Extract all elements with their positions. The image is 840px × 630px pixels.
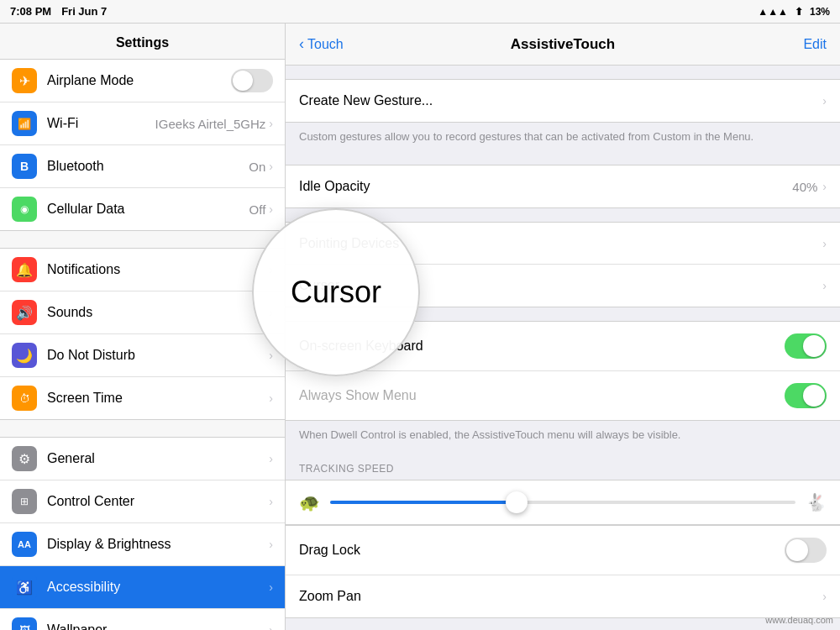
drag-lock-label: Drag Lock (299, 543, 785, 558)
cellular-label: Cellular Data (47, 202, 249, 217)
wifi-icon: 📶 (12, 111, 37, 136)
time: 7:08 PM (10, 5, 51, 18)
watermark: www.deuaq.com (765, 615, 833, 625)
always-show-menu-toggle[interactable] (785, 383, 827, 408)
accessibility-icon: ♿ (12, 575, 37, 600)
back-chevron-icon: ‹ (299, 35, 304, 53)
bluetooth-icon: B (12, 154, 37, 179)
idle-opacity-chevron: › (822, 180, 827, 193)
cursor-overlay: Cursor (252, 208, 420, 376)
sidebar-item-display-brightness[interactable]: AA Display & Brightness › (0, 523, 285, 566)
sidebar-item-bluetooth[interactable]: B Bluetooth On › (0, 145, 285, 188)
create-gesture-note: Custom gestures allow you to record gest… (286, 123, 840, 151)
sidebar-group-alerts: 🔔 Notifications › 🔊 Sounds › 🌙 Do Not Di… (0, 248, 285, 420)
cellular-icon: ◉ (12, 197, 37, 222)
charge-icon: ⬆ (795, 6, 803, 18)
dnd-label: Do Not Disturb (47, 348, 269, 363)
display-chevron: › (269, 538, 273, 551)
sidebar-item-do-not-disturb[interactable]: 🌙 Do Not Disturb › (0, 334, 285, 377)
general-icon: ⚙ (12, 446, 37, 471)
sidebar-item-general[interactable]: ⚙ General › (0, 438, 285, 480)
create-gesture-chevron: › (822, 94, 827, 108)
nav-edit-button[interactable]: Edit (803, 37, 827, 52)
pointing-devices-chevron: › (822, 237, 827, 250)
slow-speed-icon: 🐢 (299, 492, 320, 512)
control-center-label: Control Center (47, 494, 269, 509)
drag-lock-row[interactable]: Drag Lock (286, 526, 840, 575)
drag-zoom-group: Drag Lock Zoom Pan › (286, 525, 840, 618)
sidebar-item-cellular[interactable]: ◉ Cellular Data Off › (0, 188, 285, 230)
nav-back-label: Touch (307, 37, 344, 52)
dnd-chevron: › (269, 349, 273, 362)
idle-opacity-group: Idle Opacity 40% › (286, 165, 840, 208)
screen-time-chevron: › (269, 391, 273, 405)
sidebar-item-screen-time[interactable]: ⏱ Screen Time › (0, 377, 285, 419)
sidebar-item-wallpaper[interactable]: 🖼 Wallpaper › (0, 609, 285, 630)
cellular-value: Off (249, 202, 266, 217)
status-bar-left: 7:08 PM Fri Jun 7 (10, 5, 107, 18)
idle-opacity-row[interactable]: Idle Opacity 40% › (286, 165, 840, 207)
sidebar-group-settings: ⚙ General › ⊞ Control Center › AA Displa… (0, 437, 285, 630)
create-gesture-group: Create New Gesture... › (286, 79, 840, 123)
display-label: Display & Brightness (47, 537, 269, 552)
wallpaper-label: Wallpaper (47, 622, 269, 630)
airplane-icon: ✈ (12, 68, 37, 93)
tracking-speed-header: TRACKING SPEED (286, 449, 840, 480)
status-bar-right: ▲▲▲ ⬆ 13% (758, 6, 830, 18)
control-center-icon: ⊞ (12, 489, 37, 514)
nav-title: AssistiveTouch (511, 36, 615, 53)
screen-time-label: Screen Time (47, 391, 269, 406)
date: Fri Jun 7 (61, 5, 107, 18)
nav-bar: ‹ Touch AssistiveTouch Edit (286, 24, 840, 66)
sidebar-item-sounds[interactable]: 🔊 Sounds › (0, 291, 285, 334)
bluetooth-label: Bluetooth (47, 159, 249, 174)
general-chevron: › (269, 452, 273, 465)
create-gesture-row[interactable]: Create New Gesture... › (286, 80, 840, 122)
wallpaper-icon: 🖼 (12, 617, 37, 630)
cursor-overlay-text: Cursor (291, 275, 381, 310)
sidebar-item-control-center[interactable]: ⊞ Control Center › (0, 480, 285, 523)
drag-lock-toggle[interactable] (785, 538, 827, 563)
nav-back-button[interactable]: ‹ Touch (299, 35, 344, 53)
sounds-label: Sounds (47, 305, 269, 320)
tracking-speed-thumb[interactable] (506, 491, 528, 513)
tracking-speed-fill (330, 501, 517, 504)
battery-level: 13% (810, 6, 830, 18)
always-show-menu-note: When Dwell Control is enabled, the Assis… (286, 421, 840, 449)
cellular-chevron: › (269, 202, 273, 216)
wifi-value: IGeeks Airtel_5GHz (155, 117, 266, 131)
notifications-label: Notifications (47, 262, 269, 277)
sidebar: Settings ✈ Airplane Mode 📶 Wi-Fi IGeeks … (0, 24, 286, 630)
sounds-icon: 🔊 (12, 300, 37, 325)
sidebar-item-accessibility[interactable]: ♿ Accessibility › (0, 566, 285, 609)
notifications-icon: 🔔 (12, 257, 37, 282)
wifi-label: Wi-Fi (47, 116, 155, 131)
wifi-icon: ▲▲▲ (758, 6, 788, 18)
fast-speed-icon: 🐇 (806, 492, 827, 512)
screen-time-icon: ⏱ (12, 386, 37, 411)
control-center-chevron: › (269, 495, 273, 508)
bluetooth-value: On (249, 160, 265, 174)
always-show-menu-row[interactable]: Always Show Menu (286, 371, 840, 420)
always-show-menu-label: Always Show Menu (299, 388, 785, 403)
tracking-speed-slider-row: 🐢 🐇 (286, 480, 840, 525)
sidebar-item-airplane-mode[interactable]: ✈ Airplane Mode (0, 60, 285, 102)
zoom-pan-row[interactable]: Zoom Pan › (286, 575, 840, 617)
wifi-chevron: › (269, 117, 273, 130)
sidebar-item-notifications[interactable]: 🔔 Notifications › (0, 249, 285, 291)
dnd-icon: 🌙 (12, 343, 37, 368)
sidebar-item-wifi[interactable]: 📶 Wi-Fi IGeeks Airtel_5GHz › (0, 102, 285, 145)
onscreen-keyboard-toggle[interactable] (785, 333, 827, 359)
display-icon: AA (12, 532, 37, 557)
zoom-pan-chevron: › (822, 590, 827, 603)
cursor-chevron: › (822, 279, 827, 292)
status-bar: 7:08 PM Fri Jun 7 ▲▲▲ ⬆ 13% (0, 0, 840, 24)
bluetooth-chevron: › (269, 160, 273, 173)
tracking-speed-track[interactable] (330, 501, 795, 504)
sidebar-title: Settings (0, 24, 285, 59)
idle-opacity-label: Idle Opacity (299, 179, 792, 194)
idle-opacity-value: 40% (792, 180, 817, 194)
main-layout: Settings ✈ Airplane Mode 📶 Wi-Fi IGeeks … (0, 24, 840, 630)
airplane-toggle[interactable] (231, 69, 273, 92)
zoom-pan-label: Zoom Pan (299, 589, 822, 604)
